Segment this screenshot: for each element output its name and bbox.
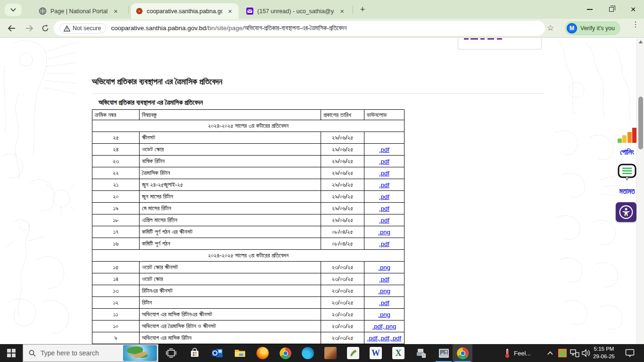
tab-close-icon[interactable]: × xyxy=(338,7,346,16)
excel-button[interactable]: X xyxy=(388,344,409,362)
serial-cell: ১৫ xyxy=(92,262,140,273)
subject-cell: মে মাসের রির্টান xyxy=(140,203,321,214)
reload-button[interactable] xyxy=(39,22,52,35)
scanner-button[interactable] xyxy=(410,344,432,362)
weather-label[interactable]: Feel... xyxy=(514,344,537,362)
download-link[interactable]: .png xyxy=(378,311,390,318)
bookmark-star-icon[interactable]: ☆ xyxy=(547,23,554,33)
chrome-active-button[interactable] xyxy=(453,344,472,362)
not-secure-chip[interactable]: Not secure xyxy=(59,23,106,33)
reload-icon xyxy=(41,25,49,32)
download-link[interactable]: .pdf xyxy=(379,217,389,224)
date-cell: ২৯/০৬/২৫ xyxy=(321,132,364,144)
serial-cell: ১৭ xyxy=(92,226,140,238)
window-minimize-button[interactable] xyxy=(580,0,600,19)
verify-label: Verify it's you xyxy=(580,25,615,32)
tab-separator xyxy=(353,6,353,14)
table-row: ১৮এপ্রিল মাসের রির্টান২৯/০৬/২৫.pdf xyxy=(92,214,405,226)
forward-button[interactable] xyxy=(23,22,36,35)
download-link[interactable]: .png xyxy=(378,229,390,236)
store-button[interactable] xyxy=(184,344,206,362)
tray-time: 5:15 PM xyxy=(590,346,618,353)
download-link[interactable]: .pdf xyxy=(379,170,389,177)
table-row: ১৫ওয়েট স্কোর স্কীনসট২৩/০৩/২৫.png xyxy=(92,262,405,273)
subject-cell: ত্রৈমাসিক রিটান xyxy=(140,167,321,179)
chevron-up-icon xyxy=(547,351,553,355)
date-cell: ২৩/০৩/২৫ xyxy=(321,332,364,344)
opinion-widget[interactable]: মতামত xyxy=(617,163,637,196)
firefox-button[interactable] xyxy=(252,344,273,362)
download-link[interactable]: .pdf xyxy=(379,193,389,200)
search-icon xyxy=(29,350,36,357)
back-button[interactable] xyxy=(5,22,18,35)
new-tab-button[interactable]: + xyxy=(356,4,369,16)
mail-icon xyxy=(246,7,254,15)
address-bar[interactable]: Not secure cooparative.santhia.pabna.gov… xyxy=(54,21,545,36)
window-restore-button[interactable] xyxy=(602,0,621,19)
taskbar-search-input[interactable]: Type here to search xyxy=(23,344,158,362)
task-view-button[interactable] xyxy=(160,344,182,362)
weather-button[interactable] xyxy=(501,344,514,362)
serial-cell: ২২ xyxy=(92,167,140,179)
globe-icon xyxy=(39,7,47,15)
page-scrollbar[interactable] xyxy=(636,38,644,344)
profile-verify-chip[interactable]: M Verify it's you xyxy=(565,21,620,35)
polling-label[interactable]: পোলিং xyxy=(617,148,637,156)
avatar: M xyxy=(567,23,577,33)
clipped-menu-box[interactable] xyxy=(458,38,542,49)
tab-search-button[interactable] xyxy=(5,4,22,16)
clipped-text-fragment xyxy=(487,38,494,40)
download-link[interactable]: .pdf xyxy=(379,276,389,283)
serial-cell: ২৪ xyxy=(92,144,140,156)
chevron-down-icon xyxy=(10,8,16,12)
download-link[interactable]: .pdf xyxy=(379,205,389,212)
start-button[interactable] xyxy=(0,344,23,362)
windows-logo-icon xyxy=(7,349,16,357)
earth-image[interactable] xyxy=(123,345,157,361)
serial-cell: ৯ xyxy=(92,332,140,344)
scroll-up-arrow-icon[interactable] xyxy=(638,40,643,44)
download-link[interactable]: .png xyxy=(378,264,390,271)
download-link[interactable]: .pdf xyxy=(379,146,389,153)
tab-cooparative-active[interactable]: cooparative.santhia.pabna.gov.b × xyxy=(131,3,239,19)
browser-tab-strip: Page | National Portal × cooparative.san… xyxy=(0,0,644,19)
download-link[interactable]: .pdf xyxy=(379,240,389,247)
table-row: ১৯মে মাসের রির্টান২৯/০৬/২৫.pdf xyxy=(92,203,405,214)
action-center-button[interactable] xyxy=(620,344,639,362)
edge-button[interactable] xyxy=(297,344,319,362)
table-section-row: ২০২৪-২০২৫ সালের ৩য় কর্টারের প্রতিবেদন xyxy=(92,250,405,262)
outlook-button[interactable] xyxy=(206,344,228,362)
subject-cell: কমিটি পূর্ণ গঠন এর স্কীনসট xyxy=(140,226,321,238)
word-button[interactable]: W xyxy=(365,344,387,362)
header-date: প্রকাশের তারিখ xyxy=(321,110,364,120)
photo-app-button[interactable] xyxy=(320,344,341,362)
tray-clock[interactable]: 5:15 PM 29-06-25 xyxy=(590,344,618,362)
download-link[interactable]: .png xyxy=(378,288,390,295)
download-link[interactable]: .pdf,.png xyxy=(372,323,396,330)
photo-viewer-button[interactable] xyxy=(433,344,454,362)
file-explorer-button[interactable] xyxy=(229,344,251,362)
tab-close-icon[interactable]: × xyxy=(226,7,234,16)
download-link[interactable]: .pdf,.pdf,.pdf xyxy=(367,335,401,342)
serial-cell: ১৯ xyxy=(92,203,140,214)
opinion-label[interactable]: মতামত xyxy=(617,187,637,196)
url-text: cooparative.santhia.pabna.gov.bd/bn/site… xyxy=(111,25,347,32)
download-cell: .pdf,.png xyxy=(364,321,405,332)
download-link[interactable]: .pdf xyxy=(379,181,389,189)
bd-govt-icon xyxy=(136,7,143,15)
notifications-icon xyxy=(625,349,635,357)
tab-close-icon[interactable]: × xyxy=(111,7,120,16)
window-close-button[interactable]: × xyxy=(623,0,643,19)
download-link[interactable]: .pdf xyxy=(379,299,389,306)
scrollbar-thumb[interactable] xyxy=(638,97,643,149)
browser-menu-icon[interactable]: ⋮ xyxy=(632,23,639,26)
chrome-button[interactable] xyxy=(274,344,296,362)
download-cell: .pdf xyxy=(364,273,405,285)
accessibility-button[interactable] xyxy=(616,202,636,222)
paint-app-button[interactable] xyxy=(342,344,364,362)
paint-icon xyxy=(347,347,359,359)
tab-national-portal[interactable]: Page | National Portal × xyxy=(34,3,126,19)
tab-mail[interactable]: (157 unread) - uco_sathia@yah × xyxy=(241,3,351,19)
polling-widget[interactable]: পোলিং xyxy=(617,128,637,156)
download-link[interactable]: .pdf xyxy=(379,158,389,165)
